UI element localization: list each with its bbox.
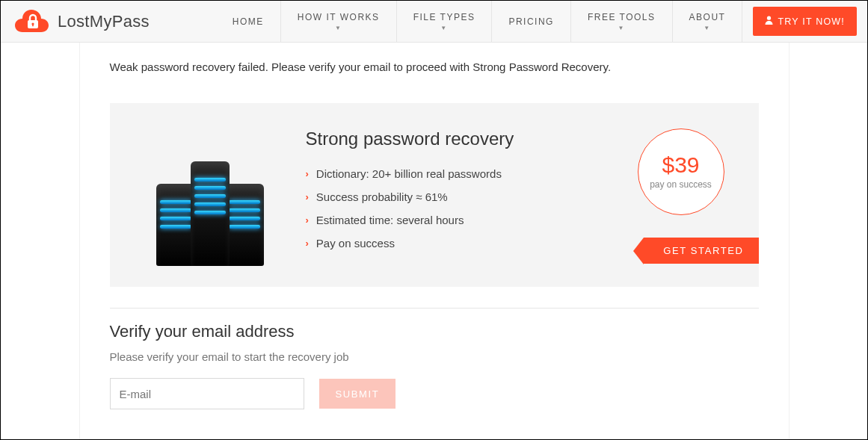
chevron-down-icon: ▼ — [618, 25, 625, 31]
submit-button[interactable]: SUBMIT — [319, 379, 396, 409]
brand-logo[interactable]: LostMyPass — [14, 8, 150, 35]
feature-text: Pay on success — [316, 237, 395, 250]
svg-point-3 — [767, 16, 771, 20]
verify-subtitle: Please verify your email to start the re… — [110, 350, 759, 363]
feature-pay-on-success: ›Pay on success — [306, 237, 608, 250]
submit-label: SUBMIT — [336, 388, 380, 400]
brand-name: LostMyPass — [58, 12, 150, 31]
feature-dictionary: ›Dictionary: 20+ billion real passwords — [306, 167, 608, 180]
nav-tools-label: FREE TOOLS — [588, 12, 656, 22]
failure-message: Weak password recovery failed. Please ve… — [110, 61, 759, 73]
recovery-card: Strong password recovery ›Dictionary: 20… — [110, 103, 759, 287]
email-field[interactable] — [110, 378, 304, 409]
feature-success-probability: ›Success probability ≈ 61% — [306, 190, 608, 203]
server-illustration — [135, 128, 285, 266]
price-badge: $39 pay on success — [638, 128, 724, 215]
nav-how-label: HOW IT WORKS — [298, 12, 380, 22]
chevron-down-icon: ▼ — [440, 25, 447, 31]
chevron-down-icon: ▼ — [335, 25, 342, 31]
user-icon — [765, 16, 773, 27]
get-started-button[interactable]: GET STARTED — [644, 238, 758, 264]
feature-estimated-time: ›Estimated time: several hours — [306, 214, 608, 226]
get-started-label: GET STARTED — [663, 245, 743, 256]
chevron-down-icon: ▼ — [704, 25, 710, 31]
chevron-right-icon: › — [306, 191, 309, 202]
top-navbar: LostMyPass HOME HOW IT WORKS ▼ FILE TYPE… — [1, 1, 867, 43]
nav-home[interactable]: HOME — [216, 1, 280, 42]
feature-text: Success probability ≈ 61% — [316, 190, 448, 203]
feature-text: Estimated time: several hours — [316, 214, 464, 226]
section-divider — [110, 308, 759, 309]
nav-home-label: HOME — [233, 16, 264, 27]
nav-file-types[interactable]: FILE TYPES ▼ — [396, 1, 492, 42]
svg-rect-2 — [32, 24, 34, 26]
verify-title: Verify your email address — [110, 322, 759, 341]
nav-files-label: FILE TYPES — [413, 12, 475, 22]
verify-form: SUBMIT — [110, 378, 759, 409]
nav-how-it-works[interactable]: HOW IT WORKS ▼ — [280, 1, 396, 42]
nav-pricing[interactable]: PRICING — [491, 1, 570, 42]
page-content: Weak password recovery failed. Please ve… — [79, 43, 789, 440]
price-subtext: pay on success — [650, 179, 712, 191]
chevron-right-icon: › — [306, 238, 309, 249]
chevron-right-icon: › — [306, 168, 309, 179]
chevron-right-icon: › — [306, 214, 309, 226]
recovery-card-title: Strong password recovery — [306, 128, 608, 149]
try-it-now-label: TRY IT NOW! — [778, 16, 845, 27]
nav-pricing-label: PRICING — [508, 16, 554, 27]
nav-about-label: ABOUT — [689, 12, 726, 22]
nav-free-tools[interactable]: FREE TOOLS ▼ — [570, 1, 672, 42]
price-value: $39 — [662, 152, 699, 178]
lock-cloud-icon — [14, 8, 50, 35]
try-it-now-button[interactable]: TRY IT NOW! — [753, 7, 857, 36]
nav-about[interactable]: ABOUT ▼ — [672, 1, 743, 42]
feature-text: Dictionary: 20+ billion real passwords — [316, 167, 502, 180]
main-nav: HOME HOW IT WORKS ▼ FILE TYPES ▼ PRICING… — [216, 1, 743, 42]
